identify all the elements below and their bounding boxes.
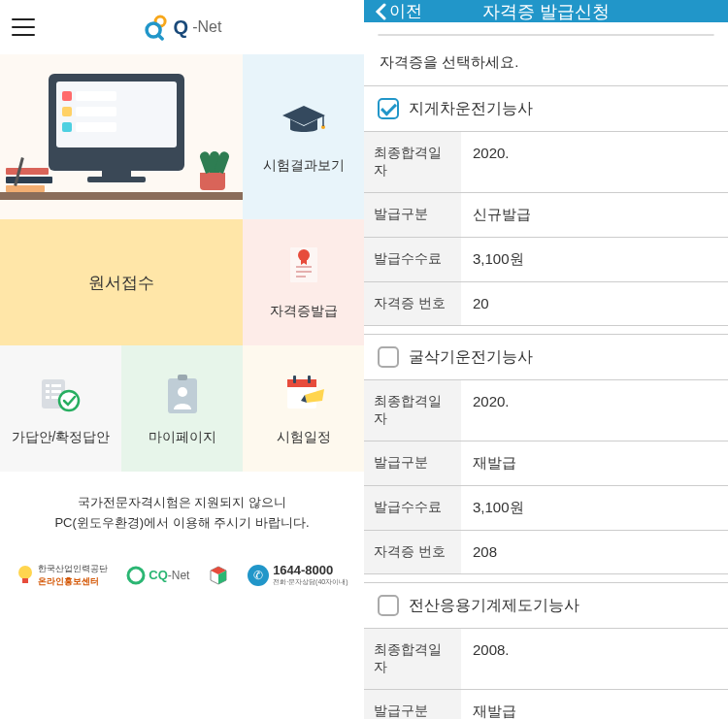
- table-row: 발급구분재발급: [364, 690, 728, 719]
- cq-icon: [126, 566, 146, 585]
- cert-item: 굴삭기운전기능사 최종합격일자2020. 발급구분재발급 발급수수료3,100원…: [364, 334, 728, 574]
- graduation-cap-icon: [280, 99, 328, 144]
- bulb-icon: [16, 564, 35, 587]
- svg-rect-16: [46, 396, 50, 399]
- table-row: 발급수수료3,100원: [364, 486, 728, 531]
- cert-issue-screen: 이전 자격증 발급신청 자격증선택 선택확인 신청서작성 수수료결제 자격증을 …: [364, 0, 728, 719]
- svg-rect-24: [293, 376, 296, 383]
- back-button[interactable]: 이전: [374, 0, 422, 22]
- tile-answer-sheet[interactable]: 가답안/확정답안: [0, 345, 121, 472]
- cert-name: 굴삭기운전기능사: [409, 347, 533, 368]
- id-card-icon: [158, 371, 207, 415]
- qnet-logo[interactable]: Q-Net: [143, 14, 222, 41]
- svg-point-26: [18, 566, 32, 579]
- table-row: 발급수수료3,100원: [364, 238, 728, 282]
- tile-certificate-issue[interactable]: 자격증발급: [243, 219, 364, 345]
- svg-rect-25: [308, 376, 311, 383]
- home-screen: Q-Net: [0, 0, 364, 719]
- cert-name: 전산응용기계제도기능사: [409, 596, 579, 616]
- svg-rect-13: [51, 384, 61, 387]
- qnet-logo-icon: [143, 14, 170, 41]
- hrdk-logo[interactable]: 한국산업인력공단온라인홍보센터: [16, 563, 108, 588]
- table-row: 최종합격일자2020.: [364, 132, 728, 193]
- phone-contact[interactable]: ✆ 1644-8000 전화·문자상담(40자이내): [248, 563, 347, 587]
- cert-item: 지게차운전기능사 최종합격일자2020. 발급구분신규발급 발급수수료3,100…: [364, 85, 728, 326]
- calendar-icon: [280, 371, 328, 415]
- phone-icon: ✆: [248, 565, 269, 586]
- table-row: 발급구분재발급: [364, 441, 728, 486]
- cert-select-row[interactable]: 지게차운전기능사: [364, 86, 728, 132]
- svg-point-21: [178, 387, 187, 397]
- tile-exam-result[interactable]: 시험결과보기: [243, 54, 364, 219]
- svg-rect-23: [287, 379, 316, 387]
- tile-label: 가답안/확정답안: [12, 429, 111, 446]
- svg-point-28: [128, 568, 144, 583]
- svg-point-18: [59, 391, 79, 410]
- checkbox-icon[interactable]: [378, 595, 399, 616]
- cert-select-row[interactable]: 굴삭기운전기능사: [364, 335, 728, 380]
- logo-suffix: -Net: [192, 18, 221, 36]
- svg-line-2: [158, 35, 162, 39]
- table-row: 자격증 번호20: [364, 282, 728, 326]
- table-row: 최종합격일자2008.: [364, 629, 728, 690]
- logo-brand: Q: [174, 16, 189, 39]
- checkbox-icon[interactable]: [378, 98, 399, 119]
- tile-label: 마이페이지: [149, 429, 216, 446]
- tile-label: 자격증발급: [270, 303, 338, 320]
- table-row: 최종합격일자2020.: [364, 380, 728, 441]
- notice-text: 국가전문자격시험은 지원되지 않으니 PC(윈도우환경)에서 이용해 주시기 바…: [0, 472, 364, 555]
- tile-exam-schedule[interactable]: 시험일정: [243, 345, 364, 472]
- app-header: Q-Net: [0, 0, 364, 54]
- checklist-icon: [37, 371, 85, 415]
- tile-label: 시험결과보기: [263, 157, 345, 175]
- svg-rect-27: [22, 578, 28, 583]
- cert-name: 지게차운전기능사: [409, 99, 533, 119]
- page-title: 자격증 발급신청: [482, 0, 610, 23]
- menu-button[interactable]: [12, 18, 35, 36]
- svg-rect-15: [51, 390, 61, 393]
- tile-application[interactable]: 원서접수: [0, 219, 243, 345]
- tile-label: 원서접수: [88, 272, 154, 294]
- gcs-icon: [208, 565, 229, 586]
- gcs-logo[interactable]: [208, 565, 229, 586]
- cert-select-row[interactable]: 전산응용기계제도기능사: [364, 583, 728, 629]
- cert-item: 전산응용기계제도기능사 최종합격일자2008. 발급구분재발급: [364, 582, 728, 719]
- certificate-icon: [280, 245, 328, 289]
- tile-label: 시험일정: [277, 429, 331, 446]
- hero-illustration: [0, 54, 243, 219]
- table-row: 발급구분신규발급: [364, 193, 728, 238]
- cqnet-logo[interactable]: CQ-Net: [126, 566, 189, 585]
- svg-rect-12: [46, 384, 50, 387]
- tile-mypage[interactable]: 마이페이지: [121, 345, 243, 472]
- footer-logos: 한국산업인력공단온라인홍보센터 CQ-Net ✆ 1644-8000 전화·문자…: [0, 555, 364, 604]
- table-row: 자격증 번호208: [364, 531, 728, 574]
- svg-rect-20: [178, 375, 187, 380]
- instruction-text: 자격증을 선택하세요.: [364, 36, 728, 85]
- svg-rect-14: [46, 390, 50, 393]
- checkbox-icon[interactable]: [378, 346, 399, 368]
- screen-header: 이전 자격증 발급신청: [364, 0, 728, 22]
- chevron-left-icon: [374, 3, 387, 20]
